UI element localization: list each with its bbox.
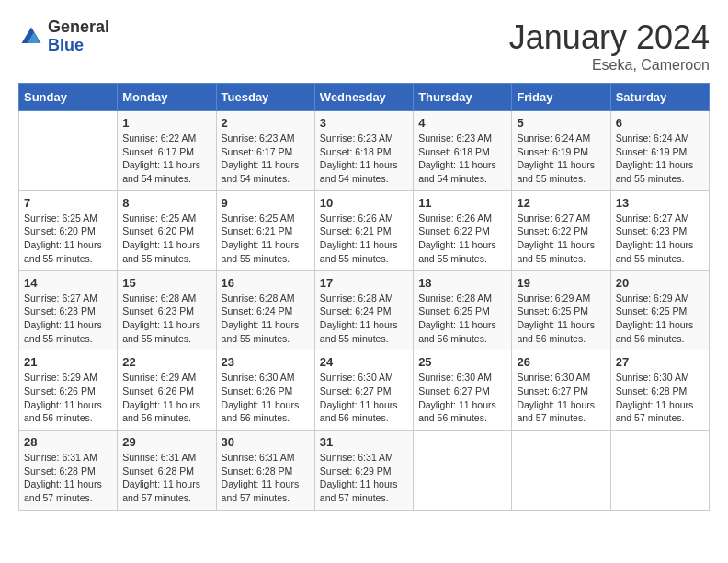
day-number: 13 xyxy=(616,196,704,210)
calendar-cell: 22Sunrise: 6:29 AM Sunset: 6:26 PM Dayli… xyxy=(118,350,216,431)
month-title: January 2024 xyxy=(509,18,710,57)
day-info: Sunrise: 6:28 AM Sunset: 6:23 PM Dayligh… xyxy=(122,292,210,346)
calendar-cell: 19Sunrise: 6:29 AM Sunset: 6:25 PM Dayli… xyxy=(512,270,610,350)
calendar-cell: 12Sunrise: 6:27 AM Sunset: 6:22 PM Dayli… xyxy=(512,190,610,270)
day-info: Sunrise: 6:31 AM Sunset: 6:28 PM Dayligh… xyxy=(24,451,112,505)
calendar-cell: 9Sunrise: 6:25 AM Sunset: 6:21 PM Daylig… xyxy=(216,190,314,270)
calendar-table: SundayMondayTuesdayWednesdayThursdayFrid… xyxy=(18,83,710,511)
calendar-cell: 17Sunrise: 6:28 AM Sunset: 6:24 PM Dayli… xyxy=(314,270,413,350)
day-of-week-header: Friday xyxy=(512,84,610,111)
day-info: Sunrise: 6:28 AM Sunset: 6:24 PM Dayligh… xyxy=(320,292,408,346)
calendar-cell: 21Sunrise: 6:29 AM Sunset: 6:26 PM Dayli… xyxy=(19,350,118,431)
calendar-cell: 6Sunrise: 6:24 AM Sunset: 6:19 PM Daylig… xyxy=(610,111,709,191)
day-number: 19 xyxy=(517,276,605,290)
day-info: Sunrise: 6:23 AM Sunset: 6:18 PM Dayligh… xyxy=(320,132,408,186)
calendar-cell: 1Sunrise: 6:22 AM Sunset: 6:17 PM Daylig… xyxy=(118,111,216,191)
calendar-cell: 8Sunrise: 6:25 AM Sunset: 6:20 PM Daylig… xyxy=(118,190,216,270)
day-number: 10 xyxy=(320,196,408,210)
day-info: Sunrise: 6:23 AM Sunset: 6:17 PM Dayligh… xyxy=(222,132,310,186)
calendar-cell: 13Sunrise: 6:27 AM Sunset: 6:23 PM Dayli… xyxy=(610,190,709,270)
day-number: 14 xyxy=(24,276,112,290)
day-of-week-header: Tuesday xyxy=(216,84,314,111)
day-number: 2 xyxy=(222,116,310,130)
calendar-cell: 23Sunrise: 6:30 AM Sunset: 6:26 PM Dayli… xyxy=(216,350,314,431)
day-number: 28 xyxy=(24,435,112,449)
day-number: 30 xyxy=(222,435,310,449)
day-number: 26 xyxy=(517,355,605,369)
calendar-cell: 31Sunrise: 6:31 AM Sunset: 6:29 PM Dayli… xyxy=(314,431,413,511)
calendar-week-row: 21Sunrise: 6:29 AM Sunset: 6:26 PM Dayli… xyxy=(19,350,710,431)
calendar-cell: 14Sunrise: 6:27 AM Sunset: 6:23 PM Dayli… xyxy=(19,270,118,350)
day-number: 18 xyxy=(418,276,506,290)
calendar-cell xyxy=(414,431,512,511)
day-info: Sunrise: 6:31 AM Sunset: 6:28 PM Dayligh… xyxy=(122,451,210,505)
calendar-cell: 28Sunrise: 6:31 AM Sunset: 6:28 PM Dayli… xyxy=(19,431,118,511)
day-number: 6 xyxy=(616,116,704,130)
calendar-cell: 10Sunrise: 6:26 AM Sunset: 6:21 PM Dayli… xyxy=(314,190,413,270)
day-number: 22 xyxy=(122,355,210,369)
day-info: Sunrise: 6:24 AM Sunset: 6:19 PM Dayligh… xyxy=(616,132,704,186)
day-number: 17 xyxy=(320,276,408,290)
day-of-week-header: Monday xyxy=(118,84,216,111)
day-number: 11 xyxy=(418,196,506,210)
day-info: Sunrise: 6:30 AM Sunset: 6:27 PM Dayligh… xyxy=(418,371,506,425)
day-number: 25 xyxy=(418,355,506,369)
calendar-cell: 2Sunrise: 6:23 AM Sunset: 6:17 PM Daylig… xyxy=(216,111,314,191)
calendar-cell xyxy=(19,111,118,191)
day-number: 20 xyxy=(616,276,704,290)
day-info: Sunrise: 6:25 AM Sunset: 6:21 PM Dayligh… xyxy=(222,212,310,266)
day-info: Sunrise: 6:25 AM Sunset: 6:20 PM Dayligh… xyxy=(122,212,210,266)
calendar-cell: 27Sunrise: 6:30 AM Sunset: 6:28 PM Dayli… xyxy=(610,350,709,431)
day-number: 15 xyxy=(122,276,210,290)
day-info: Sunrise: 6:30 AM Sunset: 6:27 PM Dayligh… xyxy=(320,371,408,425)
day-number: 4 xyxy=(418,116,506,130)
day-info: Sunrise: 6:29 AM Sunset: 6:26 PM Dayligh… xyxy=(24,371,112,425)
calendar-cell: 25Sunrise: 6:30 AM Sunset: 6:27 PM Dayli… xyxy=(414,350,512,431)
day-info: Sunrise: 6:30 AM Sunset: 6:27 PM Dayligh… xyxy=(517,371,605,425)
calendar-week-row: 14Sunrise: 6:27 AM Sunset: 6:23 PM Dayli… xyxy=(19,270,710,350)
calendar-week-row: 7Sunrise: 6:25 AM Sunset: 6:20 PM Daylig… xyxy=(19,190,710,270)
day-number: 24 xyxy=(320,355,408,369)
calendar-cell: 24Sunrise: 6:30 AM Sunset: 6:27 PM Dayli… xyxy=(314,350,413,431)
day-number: 23 xyxy=(222,355,310,369)
day-info: Sunrise: 6:29 AM Sunset: 6:26 PM Dayligh… xyxy=(122,371,210,425)
day-info: Sunrise: 6:27 AM Sunset: 6:23 PM Dayligh… xyxy=(616,212,704,266)
day-info: Sunrise: 6:30 AM Sunset: 6:26 PM Dayligh… xyxy=(222,371,310,425)
calendar-week-row: 28Sunrise: 6:31 AM Sunset: 6:28 PM Dayli… xyxy=(19,431,710,511)
day-number: 1 xyxy=(122,116,210,130)
day-number: 27 xyxy=(616,355,704,369)
day-info: Sunrise: 6:26 AM Sunset: 6:21 PM Dayligh… xyxy=(320,212,408,266)
calendar-header-row: SundayMondayTuesdayWednesdayThursdayFrid… xyxy=(19,84,710,111)
day-of-week-header: Wednesday xyxy=(314,84,413,111)
day-number: 12 xyxy=(517,196,605,210)
day-info: Sunrise: 6:25 AM Sunset: 6:20 PM Dayligh… xyxy=(24,212,112,266)
calendar-cell: 15Sunrise: 6:28 AM Sunset: 6:23 PM Dayli… xyxy=(118,270,216,350)
day-info: Sunrise: 6:28 AM Sunset: 6:25 PM Dayligh… xyxy=(418,292,506,346)
day-info: Sunrise: 6:29 AM Sunset: 6:25 PM Dayligh… xyxy=(517,292,605,346)
day-of-week-header: Sunday xyxy=(19,84,118,111)
day-number: 31 xyxy=(320,435,408,449)
day-info: Sunrise: 6:29 AM Sunset: 6:25 PM Dayligh… xyxy=(616,292,704,346)
calendar-cell xyxy=(610,431,709,511)
calendar-cell: 16Sunrise: 6:28 AM Sunset: 6:24 PM Dayli… xyxy=(216,270,314,350)
day-info: Sunrise: 6:23 AM Sunset: 6:18 PM Dayligh… xyxy=(418,132,506,186)
logo-text: General Blue xyxy=(48,18,109,55)
calendar-week-row: 1Sunrise: 6:22 AM Sunset: 6:17 PM Daylig… xyxy=(19,111,710,191)
calendar-cell: 20Sunrise: 6:29 AM Sunset: 6:25 PM Dayli… xyxy=(610,270,709,350)
day-info: Sunrise: 6:31 AM Sunset: 6:29 PM Dayligh… xyxy=(320,451,408,505)
day-number: 8 xyxy=(122,196,210,210)
day-info: Sunrise: 6:22 AM Sunset: 6:17 PM Dayligh… xyxy=(122,132,210,186)
calendar-cell: 4Sunrise: 6:23 AM Sunset: 6:18 PM Daylig… xyxy=(414,111,512,191)
calendar-cell: 30Sunrise: 6:31 AM Sunset: 6:28 PM Dayli… xyxy=(216,431,314,511)
location-subtitle: Eseka, Cameroon xyxy=(509,57,710,74)
day-info: Sunrise: 6:27 AM Sunset: 6:22 PM Dayligh… xyxy=(517,212,605,266)
calendar-cell: 7Sunrise: 6:25 AM Sunset: 6:20 PM Daylig… xyxy=(19,190,118,270)
day-info: Sunrise: 6:27 AM Sunset: 6:23 PM Dayligh… xyxy=(24,292,112,346)
calendar-cell: 29Sunrise: 6:31 AM Sunset: 6:28 PM Dayli… xyxy=(118,431,216,511)
day-info: Sunrise: 6:30 AM Sunset: 6:28 PM Dayligh… xyxy=(616,371,704,425)
calendar-cell: 18Sunrise: 6:28 AM Sunset: 6:25 PM Dayli… xyxy=(414,270,512,350)
day-of-week-header: Saturday xyxy=(610,84,709,111)
calendar-cell: 5Sunrise: 6:24 AM Sunset: 6:19 PM Daylig… xyxy=(512,111,610,191)
calendar-cell: 11Sunrise: 6:26 AM Sunset: 6:22 PM Dayli… xyxy=(414,190,512,270)
logo-general-text: General xyxy=(48,18,109,37)
